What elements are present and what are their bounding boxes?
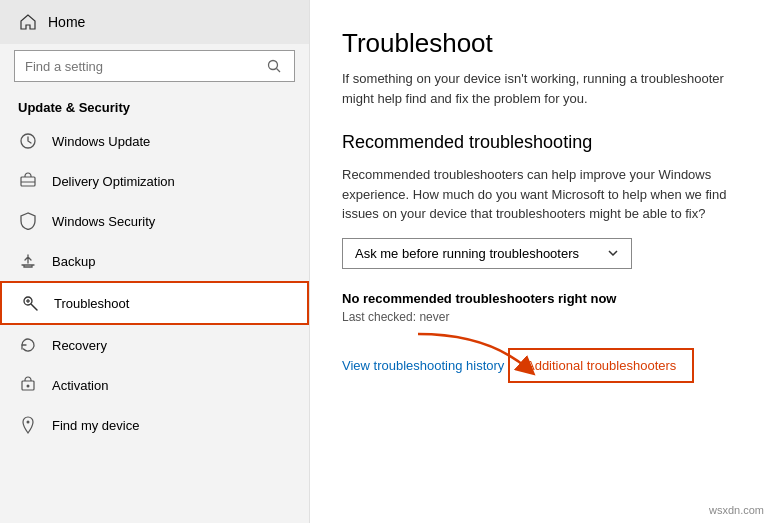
sidebar-item-home[interactable]: Home <box>0 0 309 44</box>
section-title: Recommended troubleshooting <box>342 132 743 153</box>
find-icon <box>18 415 38 435</box>
sidebar-item-label: Windows Update <box>52 134 150 149</box>
main-description: If something on your device isn't workin… <box>342 69 742 108</box>
chevron-down-icon <box>607 247 619 259</box>
sidebar-item-windows-update[interactable]: Windows Update <box>0 121 309 161</box>
svg-point-11 <box>27 421 30 424</box>
search-icon <box>264 56 284 76</box>
main-content: Troubleshoot If something on your device… <box>310 0 775 523</box>
sidebar-item-find-my-device[interactable]: Find my device <box>0 405 309 445</box>
update-icon <box>18 131 38 151</box>
search-box[interactable] <box>14 50 295 82</box>
svg-line-6 <box>32 305 38 311</box>
sidebar-item-label: Delivery Optimization <box>52 174 175 189</box>
watermark: wsxdn.com <box>706 503 767 517</box>
svg-line-1 <box>277 69 281 73</box>
additional-troubleshooters-button[interactable]: Additional troubleshooters <box>508 348 694 383</box>
home-label: Home <box>48 14 85 30</box>
dropdown-value: Ask me before running troubleshooters <box>355 246 579 261</box>
sidebar-item-label: Activation <box>52 378 108 393</box>
troubleshooter-dropdown[interactable]: Ask me before running troubleshooters <box>342 238 632 269</box>
sidebar-item-windows-security[interactable]: Windows Security <box>0 201 309 241</box>
recovery-icon <box>18 335 38 355</box>
svg-point-0 <box>269 61 278 70</box>
sidebar: Home Update & Security Windows Update <box>0 0 310 523</box>
sidebar-item-label: Backup <box>52 254 95 269</box>
sidebar-item-recovery[interactable]: Recovery <box>0 325 309 365</box>
sidebar-item-label: Windows Security <box>52 214 155 229</box>
view-history-link[interactable]: View troubleshooting history <box>342 358 504 373</box>
sidebar-item-label: Recovery <box>52 338 107 353</box>
sidebar-item-activation[interactable]: Activation <box>0 365 309 405</box>
troubleshoot-icon <box>20 293 40 313</box>
shield-icon <box>18 211 38 231</box>
backup-icon <box>18 251 38 271</box>
sidebar-section-title: Update & Security <box>0 92 309 121</box>
home-icon <box>18 12 38 32</box>
sidebar-item-label: Troubleshoot <box>54 296 129 311</box>
last-checked-text: Last checked: never <box>342 310 743 324</box>
activation-icon <box>18 375 38 395</box>
sidebar-item-backup[interactable]: Backup <box>0 241 309 281</box>
no-troubleshooter-text: No recommended troubleshooters right now <box>342 291 743 306</box>
sidebar-item-delivery-optimization[interactable]: Delivery Optimization <box>0 161 309 201</box>
svg-point-10 <box>27 385 30 388</box>
sidebar-item-troubleshoot[interactable]: Troubleshoot <box>0 281 309 325</box>
sidebar-item-label: Find my device <box>52 418 139 433</box>
search-input[interactable] <box>25 59 256 74</box>
delivery-icon <box>18 171 38 191</box>
section-description: Recommended troubleshooters can help imp… <box>342 165 742 224</box>
page-title: Troubleshoot <box>342 28 743 59</box>
